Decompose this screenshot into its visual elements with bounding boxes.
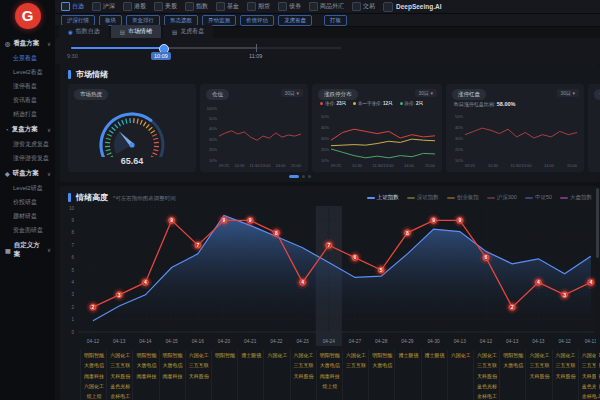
stock-name[interactable]: 金杯电工 [474,391,500,400]
stock-name[interactable]: 三五互联 [186,360,212,370]
scrollbar[interactable] [596,186,599,396]
range-dropdown[interactable]: 30日 ▾ [415,89,437,97]
stock-name[interactable]: 六国化工 [81,381,107,391]
tab-市场情绪[interactable]: ▤市场情绪 [111,25,161,38]
stock-name[interactable]: 三五互联 [553,360,579,370]
sidebar-section-header[interactable]: ◔复盘方案∨ [0,121,55,137]
legend-item[interactable]: 跌停: 2只 [400,101,424,106]
nav-item-6[interactable]: 期货 [247,2,270,11]
panel-pagination[interactable] [0,175,600,178]
sidebar-item[interactable]: 价投研盘 [0,195,55,209]
toolbar-button[interactable]: 板块 [99,15,122,26]
legend-item-中证50[interactable]: 中证50 [525,194,552,201]
sidebar-item[interactable]: 资金面研盘 [0,223,55,237]
stock-name[interactable]: 天科股份 [474,371,500,381]
nav-item-7[interactable]: 债券 [278,2,301,11]
toolbar-button[interactable]: 资金排行 [126,15,160,26]
chevron-down-icon: ∨ [47,127,51,133]
stock-name[interactable]: 大唐电信 [133,360,159,370]
stock-name[interactable]: 三五互联 [343,360,369,370]
sidebar-item[interactable]: 涨停看盘 [0,79,55,93]
tab-龙虎看盘[interactable]: ▤龙虎看盘 [163,25,213,38]
sidebar-item[interactable]: 涨停游资复盘 [0,151,55,165]
nav-item-3[interactable]: 美股 [154,2,177,11]
stock-name[interactable]: 六国化工 [291,350,317,360]
nav-item-8[interactable]: 商品外汇 [309,2,344,11]
sidebar-item[interactable]: 题材研盘 [0,209,55,223]
stock-name[interactable]: 大唐电信 [317,360,343,370]
nav-item-1[interactable]: 沪深 [92,2,115,11]
stock-name[interactable]: 明阳智能 [133,350,159,360]
legend-item-上证指数[interactable]: 上证指数 [367,194,399,201]
toolbar-button[interactable]: 打板 [324,15,347,26]
stock-name[interactable]: 金杯电工 [107,391,133,400]
toolbar-button[interactable]: 异动监测 [202,15,236,26]
stock-name[interactable]: 大唐电信 [81,360,107,370]
legend-item[interactable]: 非一字涨停: 12只 [353,101,393,106]
stock-name[interactable]: 大唐电信 [369,360,395,370]
sidebar-item[interactable]: 精选打盘 [0,107,55,121]
nav-item-2[interactable]: 港股 [123,2,146,11]
nav-item-9[interactable]: 交易 [352,2,375,11]
stock-name[interactable]: 博士眼镜 [395,350,421,360]
stock-name[interactable]: 明阳智能 [212,350,238,360]
legend-item-大盘指数[interactable]: 大盘指数 [560,194,592,201]
stock-name[interactable]: 六国化工 [107,350,133,360]
stock-name[interactable]: 明阳智能 [369,350,395,360]
stock-name[interactable]: 闻泰科技 [160,371,186,381]
sidebar-item[interactable]: Level2看盘 [0,65,55,79]
sidebar-item[interactable]: Level2研盘 [0,181,55,195]
stock-name[interactable]: 六国化工 [474,350,500,360]
stock-name[interactable]: 博士眼镜 [422,350,448,360]
stock-name[interactable]: 明阳智能 [81,350,107,360]
stock-name[interactable]: 六国化工 [186,350,212,360]
stock-name[interactable]: 蓝色光标 [107,381,133,391]
sidebar-item[interactable]: 资讯看盘 [0,93,55,107]
stock-name[interactable]: 天科股份 [107,371,133,381]
toolbar-button[interactable]: 价值评估 [240,15,274,26]
stock-name[interactable]: 大唐电信 [500,360,526,370]
stock-name[interactable]: 闻泰科技 [317,371,343,381]
stock-name[interactable]: 天科股份 [526,371,552,381]
sidebar-section-header[interactable]: ▦自定义方案∨ [0,237,55,262]
stock-name[interactable]: 六国化工 [553,350,579,360]
range-dropdown[interactable]: 30日 ▾ [557,89,579,97]
stock-name[interactable]: 明阳智能 [317,350,343,360]
nav-item-5[interactable]: 基金 [216,2,239,11]
legend-item[interactable]: 涨停: 23只 [320,101,346,106]
stock-name[interactable]: 煌上煌 [317,381,343,391]
stock-name[interactable]: 六国化工 [343,350,369,360]
sidebar-section-header[interactable]: ◆研盘方案∨ [0,165,55,181]
sidebar-section-header[interactable]: ◎看盘方案∨ [0,35,55,51]
stock-name[interactable]: 六国化工 [448,350,474,360]
stock-name[interactable]: 大唐电信 [160,360,186,370]
stock-name[interactable]: 天科股份 [186,371,212,381]
stock-name[interactable]: 明阳智能 [160,350,186,360]
stock-name[interactable]: 明阳智能 [500,350,526,360]
sidebar-item[interactable]: 全景看盘 [0,51,55,65]
legend-item-创业板指[interactable]: 创业板指 [447,194,479,201]
toolbar-button[interactable]: 形态选股 [164,15,198,26]
stock-name[interactable]: 闻泰科技 [81,371,107,381]
stock-name[interactable]: 六国化工 [526,350,552,360]
stock-name[interactable]: 天科股份 [553,371,579,381]
stock-name[interactable]: 闻泰科技 [133,371,159,381]
stock-name[interactable]: 天科股份 [291,371,317,381]
range-dropdown[interactable]: 30日 ▾ [281,89,303,97]
toolbar-button[interactable]: 龙虎看盘 [278,15,312,26]
nav-item-4[interactable]: 指数 [185,2,208,11]
sidebar-item[interactable]: 游资龙虎复盘 [0,137,55,151]
stock-name[interactable]: 蓝色光标 [474,381,500,391]
stock-name[interactable]: 三五互联 [526,360,552,370]
stock-name[interactable]: 煌上煌 [81,391,107,400]
toolbar-button[interactable]: 沪深行情 [61,15,95,26]
stock-name[interactable]: 三五互联 [291,360,317,370]
tab-指数自选[interactable]: ◉指数自选 [59,25,109,38]
stock-name[interactable]: 博士眼镜 [238,350,264,360]
stock-name[interactable]: 三五互联 [474,360,500,370]
nav-item-0[interactable]: 自选 [61,2,84,11]
stock-name[interactable]: 六国化工 [264,350,290,360]
legend-item-深证指数[interactable]: 深证指数 [407,194,439,201]
legend-item-沪深300[interactable]: 沪深300 [487,194,517,201]
stock-name[interactable]: 三五互联 [107,360,133,370]
